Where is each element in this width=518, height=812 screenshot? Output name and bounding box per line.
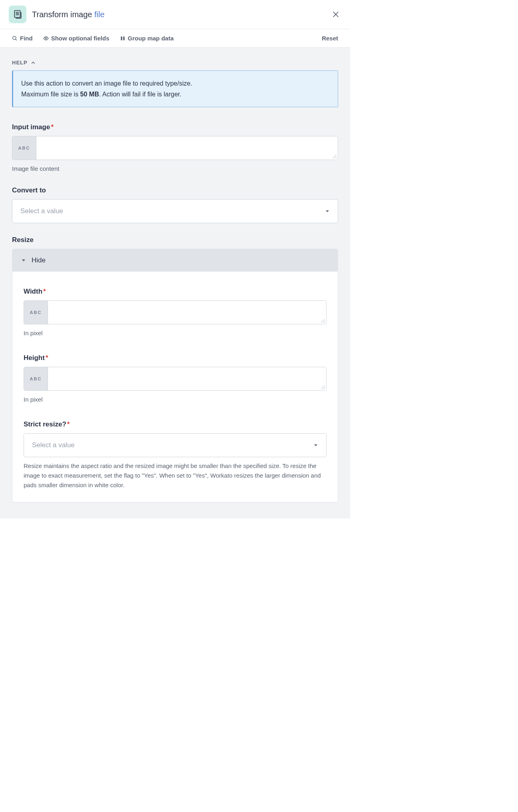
show-optional-label: Show optional fields [51, 35, 110, 42]
convert-to-label: Convert to [12, 186, 338, 194]
caret-down-icon [313, 443, 318, 448]
help-toggle[interactable]: HELP [12, 60, 36, 66]
svg-rect-0 [14, 10, 20, 17]
width-field[interactable]: ABC [24, 300, 327, 324]
svg-point-6 [13, 36, 16, 39]
strict-resize-group: Strict resize?* Select a value Resize ma… [24, 420, 327, 490]
svg-line-18 [324, 322, 325, 323]
height-textarea[interactable] [48, 367, 326, 390]
width-group: Width* ABC [24, 288, 327, 338]
input-image-field[interactable]: ABC [12, 136, 338, 160]
width-label: Width* [24, 288, 327, 296]
svg-marker-22 [314, 444, 317, 446]
find-label: Find [20, 35, 33, 42]
group-map-button[interactable]: Group map data [120, 35, 174, 42]
panel-body: HELP Use this action to convert an image… [0, 48, 350, 518]
action-icon [9, 6, 26, 23]
width-help: In pixel [24, 328, 327, 338]
height-group: Height* ABC [24, 354, 327, 404]
hide-label: Hide [32, 256, 46, 264]
resize-grip-icon [332, 154, 337, 158]
height-field[interactable]: ABC [24, 367, 327, 391]
resize-card: Hide Width* ABC [12, 249, 338, 502]
title-text: Transform image [32, 10, 94, 19]
resize-grip-icon [320, 318, 325, 323]
abc-badge: ABC [24, 301, 48, 324]
title-link[interactable]: file [94, 10, 105, 19]
resize-card-body: Width* ABC [12, 272, 338, 502]
convert-to-select[interactable]: Select a value [12, 199, 338, 223]
chevron-up-icon [31, 60, 36, 65]
svg-rect-10 [123, 36, 125, 40]
reset-label: Reset [322, 35, 338, 42]
search-icon [12, 36, 18, 41]
resize-label: Resize [12, 236, 338, 244]
svg-line-7 [16, 39, 17, 40]
close-button[interactable] [330, 9, 341, 20]
help-line2: Maximum file size is 50 MB. Action will … [21, 89, 330, 100]
close-icon [332, 10, 340, 18]
show-optional-button[interactable]: Show optional fields [43, 35, 110, 42]
svg-marker-14 [326, 210, 329, 212]
convert-to-group: Convert to Select a value [12, 186, 338, 223]
transform-image-panel: Transform image file Find Show optional … [0, 0, 350, 548]
toolbar: Find Show optional fields Group map data… [0, 29, 350, 48]
caret-down-icon [325, 209, 330, 214]
help-line1: Use this action to convert an image file… [21, 78, 330, 89]
svg-rect-9 [121, 36, 122, 40]
input-image-group: Input image* ABC Image file content [12, 123, 338, 174]
required-marker: * [46, 354, 48, 362]
required-marker: * [67, 420, 70, 428]
document-stack-icon [12, 9, 23, 20]
input-image-help: Image file content [12, 164, 338, 174]
required-marker: * [43, 288, 46, 295]
resize-group: Resize Hide Width* ABC [12, 236, 338, 502]
input-image-textarea[interactable] [36, 136, 338, 160]
find-button[interactable]: Find [12, 35, 33, 42]
strict-resize-placeholder: Select a value [32, 441, 75, 449]
panel-title: Transform image file [32, 10, 105, 19]
svg-line-21 [324, 388, 325, 389]
triangle-down-icon [21, 258, 26, 263]
strict-resize-select[interactable]: Select a value [24, 433, 327, 457]
panel-header: Transform image file [0, 0, 350, 29]
strict-resize-help: Resize maintains the aspect ratio and th… [24, 461, 327, 490]
help-toggle-label: HELP [12, 60, 28, 66]
height-help: In pixel [24, 395, 327, 404]
convert-to-placeholder: Select a value [20, 207, 63, 215]
abc-badge: ABC [12, 136, 36, 160]
resize-hide-toggle[interactable]: Hide [12, 249, 338, 272]
resize-grip-icon [320, 384, 325, 389]
abc-badge: ABC [24, 367, 48, 390]
strict-resize-label: Strict resize?* [24, 420, 327, 428]
map-icon [120, 36, 126, 41]
group-map-label: Group map data [128, 35, 174, 42]
required-marker: * [51, 123, 54, 131]
height-label: Height* [24, 354, 327, 362]
help-box: Use this action to convert an image file… [12, 70, 338, 107]
width-textarea[interactable] [48, 301, 326, 324]
input-image-label: Input image* [12, 123, 338, 131]
reset-button[interactable]: Reset [322, 35, 338, 42]
eye-icon [43, 36, 49, 41]
svg-marker-15 [22, 260, 25, 262]
svg-line-13 [336, 158, 337, 158]
svg-point-8 [45, 38, 47, 39]
